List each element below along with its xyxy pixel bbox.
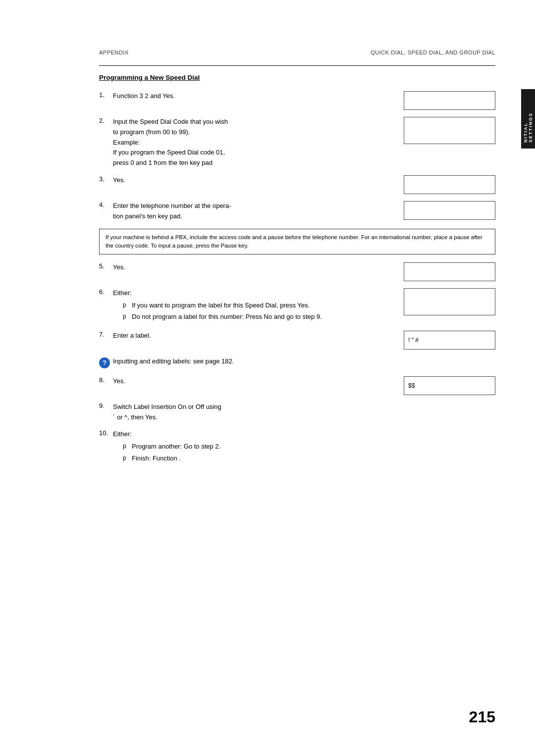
- step-6-lcd: [404, 288, 495, 315]
- info-row: ? Inputting and editing labels: see page…: [99, 356, 495, 368]
- step-4-lcd: [404, 201, 495, 220]
- step-6-sublist: If you want to program the label for thi…: [123, 301, 396, 322]
- page-header: APPENDIX QUICK DIAL, SPEED DIAL, AND GRO…: [99, 50, 495, 55]
- step-10-sub-1: Program another: Go to step 2.: [123, 442, 396, 452]
- step-5-box: [404, 262, 495, 281]
- step-6-sub-2: Do not program a label for this number: …: [123, 312, 396, 322]
- step-8-text: Yes.: [113, 376, 404, 395]
- step-4-text: Enter the telephone number at the opera-…: [113, 201, 404, 222]
- info-icon: ?: [99, 357, 110, 368]
- page-number: 215: [469, 708, 495, 726]
- step-2-box: [404, 117, 495, 168]
- step-6-text: Either: If you want to program the label…: [113, 288, 404, 324]
- step-7-lcd: ! " #: [404, 331, 495, 350]
- header-divider: [99, 65, 495, 66]
- step-7-number: 7.: [99, 331, 113, 350]
- step-9: 9. Switch Label Insertion On or Off usin…: [99, 402, 495, 423]
- note-box: If your machine is behind a PBX, include…: [99, 229, 495, 255]
- step-6-sub-1: If you want to program the label for thi…: [123, 301, 396, 310]
- step-2-text: Input the Speed Dial Code that you wish …: [113, 117, 404, 168]
- step-4-number: 4.: [99, 201, 113, 222]
- step-9-box: [404, 402, 495, 423]
- step-3-number: 3.: [99, 175, 113, 194]
- step-4: 4. Enter the telephone number at the ope…: [99, 201, 495, 222]
- step-8-box: $$: [404, 376, 495, 395]
- step-7-box: ! " #: [404, 331, 495, 350]
- step-6-number: 6.: [99, 288, 113, 324]
- step-1: 1. Function 3 2 and Yes.: [99, 91, 495, 110]
- step-7-text: Enter a label.: [113, 331, 404, 350]
- step-1-box: [404, 91, 495, 110]
- step-5: 5. Yes.: [99, 262, 495, 281]
- step-10-sub-2: Finish: Function .: [123, 454, 396, 463]
- step-8: 8. Yes. $$: [99, 376, 495, 395]
- header-right: QUICK DIAL, SPEED DIAL, AND GROUP DIAL: [371, 50, 495, 55]
- step-5-lcd: [404, 262, 495, 281]
- step-2-number: 2.: [99, 117, 113, 168]
- step-10-box: [404, 429, 495, 465]
- step-3-text: Yes.: [113, 175, 404, 194]
- step-8-lcd: $$: [404, 376, 495, 395]
- step-5-text: Yes.: [113, 262, 404, 281]
- step-1-number: 1.: [99, 91, 113, 110]
- step-10-sublist: Program another: Go to step 2. Finish: F…: [123, 442, 396, 463]
- step-10-number: 10.: [99, 429, 113, 465]
- step-8-number: 8.: [99, 376, 113, 395]
- step-5-number: 5.: [99, 262, 113, 281]
- info-text: Inputting and editing labels: see page 1…: [113, 356, 234, 366]
- page-container: NITIAL SETTINGS APPENDIX QUICK DIAL, SPE…: [0, 0, 535, 756]
- step-1-lcd: [404, 91, 495, 110]
- step-6: 6. Either: If you want to program the la…: [99, 288, 495, 324]
- side-tab: NITIAL SETTINGS: [521, 89, 535, 149]
- step-10: 10. Either: Program another: Go to step …: [99, 429, 495, 465]
- section-title: Programming a New Speed Dial: [99, 74, 495, 81]
- step-6-box: [404, 288, 495, 324]
- step-1-text: Function 3 2 and Yes.: [113, 91, 404, 110]
- step-2: 2. Input the Speed Dial Code that you wi…: [99, 117, 495, 168]
- step-3-lcd: [404, 175, 495, 194]
- note-text: If your machine is behind a PBX, include…: [106, 234, 482, 249]
- step-3: 3. Yes.: [99, 175, 495, 194]
- step-4-box: [404, 201, 495, 222]
- step-10-text: Either: Program another: Go to step 2. F…: [113, 429, 404, 465]
- step-3-box: [404, 175, 495, 194]
- step-2-lcd: [404, 117, 495, 144]
- step-9-number: 9.: [99, 402, 113, 423]
- step-7: 7. Enter a label. ! " #: [99, 331, 495, 350]
- side-tab-label: NITIAL SETTINGS: [523, 95, 533, 143]
- step-9-text: Switch Label Insertion On or Off using ´…: [113, 402, 404, 423]
- header-left: APPENDIX: [99, 50, 129, 55]
